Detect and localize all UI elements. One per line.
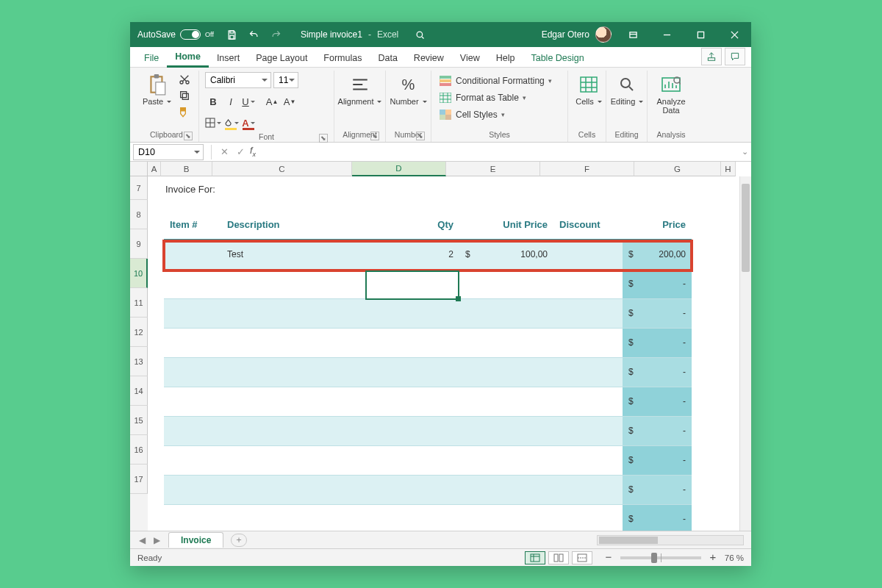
- invoice-cell[interactable]: [164, 387, 221, 416]
- invoice-cell[interactable]: [164, 357, 221, 387]
- fx-icon[interactable]: fx: [250, 146, 256, 158]
- view-page-layout-icon[interactable]: [548, 551, 569, 564]
- invoice-cell[interactable]: $-: [623, 298, 692, 328]
- invoice-cell[interactable]: 2: [365, 240, 459, 269]
- row-header-11[interactable]: 11: [130, 288, 148, 318]
- maximize-button[interactable]: [684, 22, 717, 47]
- minimize-button[interactable]: [650, 22, 684, 47]
- invoice-cell[interactable]: [553, 269, 623, 298]
- tab-page-layout[interactable]: Page Layout: [248, 50, 315, 67]
- invoice-cell[interactable]: [221, 416, 365, 445]
- invoice-cell[interactable]: $-: [623, 475, 692, 504]
- tab-data[interactable]: Data: [370, 50, 405, 67]
- tab-insert[interactable]: Insert: [209, 50, 248, 67]
- invoice-cell[interactable]: [365, 387, 459, 416]
- name-box[interactable]: D10: [133, 144, 204, 160]
- fill-color-icon[interactable]: [223, 115, 239, 131]
- invoice-cell[interactable]: [221, 504, 365, 531]
- invoice-cell[interactable]: [164, 328, 221, 357]
- invoice-cell[interactable]: [221, 328, 365, 357]
- view-page-break-icon[interactable]: [572, 551, 592, 564]
- invoice-cell[interactable]: [365, 504, 459, 531]
- alignment-button[interactable]: Alignment: [340, 72, 379, 107]
- horizontal-scrollbar[interactable]: [597, 535, 744, 545]
- invoice-cell[interactable]: [365, 475, 459, 504]
- zoom-slider[interactable]: [620, 556, 701, 559]
- italic-button[interactable]: I: [223, 93, 239, 110]
- col-header-E[interactable]: E: [446, 162, 540, 176]
- editing-button[interactable]: Editing: [612, 72, 642, 107]
- invoice-cell[interactable]: [221, 475, 365, 504]
- invoice-cell[interactable]: [459, 445, 553, 475]
- share-button[interactable]: [701, 48, 722, 65]
- cell-styles-button[interactable]: Cell Styles▾: [437, 107, 506, 122]
- number-button[interactable]: % Number: [392, 72, 425, 107]
- invoice-cell[interactable]: [221, 298, 365, 328]
- invoice-cell[interactable]: $200,00: [623, 240, 692, 269]
- paste-button[interactable]: Paste: [140, 72, 173, 107]
- invoice-cell[interactable]: [459, 416, 553, 445]
- row-header-7[interactable]: 7: [130, 176, 148, 200]
- ribbon-display-options-icon[interactable]: [616, 22, 650, 47]
- invoice-cell[interactable]: [365, 269, 459, 298]
- account-button[interactable]: Edgar Otero: [542, 26, 616, 43]
- invoice-cell[interactable]: [164, 475, 221, 504]
- invoice-cell[interactable]: $-: [623, 504, 692, 531]
- col-header-A[interactable]: A: [148, 162, 161, 176]
- zoom-out-button[interactable]: −: [603, 552, 614, 564]
- row-header-13[interactable]: 13: [130, 347, 148, 376]
- invoice-cell[interactable]: [164, 416, 221, 445]
- alignment-launcher[interactable]: ⬊: [370, 132, 379, 140]
- tab-file[interactable]: File: [136, 50, 167, 67]
- invoice-cell[interactable]: [365, 328, 459, 357]
- row-header-12[interactable]: 12: [130, 318, 148, 347]
- tab-help[interactable]: Help: [488, 50, 523, 67]
- invoice-cell[interactable]: [221, 269, 365, 298]
- zoom-value[interactable]: 76 %: [725, 553, 744, 562]
- tab-table-design[interactable]: Table Design: [523, 50, 592, 67]
- close-button[interactable]: [717, 22, 751, 47]
- invoice-cell[interactable]: [365, 298, 459, 328]
- sheet-nav-prev-icon[interactable]: ◀: [135, 535, 149, 545]
- tab-home[interactable]: Home: [167, 49, 209, 68]
- invoice-cell[interactable]: [553, 475, 623, 504]
- invoice-cell[interactable]: Test: [221, 240, 365, 269]
- row-header-17[interactable]: 17: [130, 465, 148, 494]
- invoice-cell[interactable]: [459, 298, 553, 328]
- row-header-8[interactable]: 8: [130, 200, 148, 229]
- font-name-combo[interactable]: Calibri: [205, 72, 271, 88]
- sheet-nav-next-icon[interactable]: ▶: [149, 535, 164, 545]
- new-sheet-button[interactable]: ＋: [231, 534, 247, 547]
- clipboard-launcher[interactable]: ⬊: [184, 132, 193, 140]
- autosave-toggle[interactable]: AutoSave Off: [130, 29, 221, 40]
- enter-formula-icon[interactable]: ✓: [232, 146, 248, 157]
- format-painter-icon[interactable]: [176, 104, 193, 119]
- tab-view[interactable]: View: [452, 50, 488, 67]
- formula-input[interactable]: [260, 144, 738, 160]
- invoice-cell[interactable]: [221, 357, 365, 387]
- undo-icon[interactable]: [243, 22, 265, 47]
- invoice-cell[interactable]: [164, 269, 221, 298]
- invoice-cell[interactable]: $-: [623, 416, 692, 445]
- vertical-scrollbar[interactable]: [739, 176, 751, 531]
- bold-button[interactable]: B: [205, 93, 221, 110]
- row-header-15[interactable]: 15: [130, 406, 148, 435]
- invoice-cell[interactable]: [553, 387, 623, 416]
- view-normal-icon[interactable]: [525, 551, 545, 564]
- invoice-cell[interactable]: [553, 445, 623, 475]
- invoice-cell[interactable]: $-: [623, 387, 692, 416]
- row-header-10[interactable]: 10: [130, 259, 148, 288]
- search-icon[interactable]: [409, 22, 431, 47]
- row-header-14[interactable]: 14: [130, 376, 148, 406]
- invoice-cell[interactable]: $100,00: [459, 240, 553, 269]
- invoice-cell[interactable]: $-: [623, 445, 692, 475]
- font-launcher[interactable]: ⬊: [319, 134, 328, 143]
- invoice-cell[interactable]: [164, 504, 221, 531]
- invoice-cell[interactable]: [459, 475, 553, 504]
- invoice-cell[interactable]: [459, 357, 553, 387]
- invoice-cell[interactable]: $-: [623, 357, 692, 387]
- save-icon[interactable]: [221, 22, 243, 47]
- invoice-cell[interactable]: [553, 298, 623, 328]
- col-header-B[interactable]: B: [161, 162, 212, 176]
- col-header-F[interactable]: F: [540, 162, 634, 176]
